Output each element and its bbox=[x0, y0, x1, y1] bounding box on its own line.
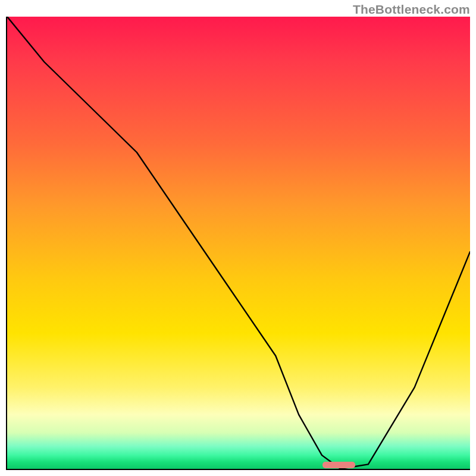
bottleneck-curve-line bbox=[7, 17, 470, 469]
chart-area bbox=[6, 17, 470, 470]
attribution-text: TheBottleneck.com bbox=[353, 2, 470, 17]
optimal-range-marker bbox=[322, 462, 355, 468]
chart-svg bbox=[7, 17, 470, 469]
